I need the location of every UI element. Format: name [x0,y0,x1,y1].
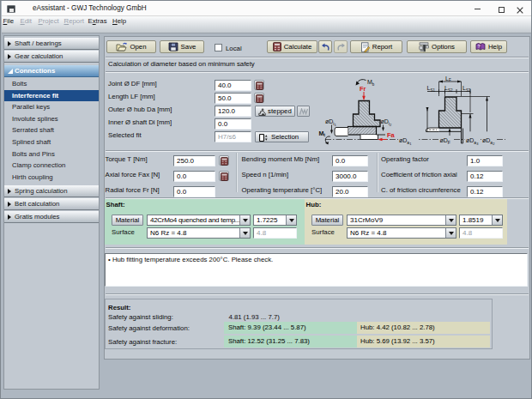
svg-text:Fr: Fr [360,85,366,93]
svg-text:?: ? [478,44,481,49]
svg-text:øDi1: øDi1 [325,118,336,127]
svg-text:øDi2: øDi2 [381,118,392,127]
svg-text:Fa: Fa [387,131,396,139]
svg-text:Mb: Mb [367,79,375,87]
